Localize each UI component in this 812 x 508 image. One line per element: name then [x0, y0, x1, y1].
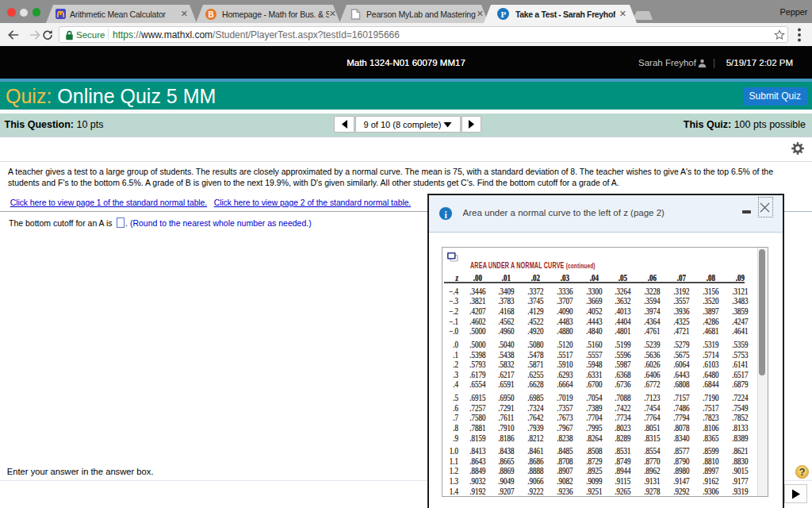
svg-text:B: B: [208, 10, 213, 18]
svg-text:P: P: [500, 10, 506, 19]
